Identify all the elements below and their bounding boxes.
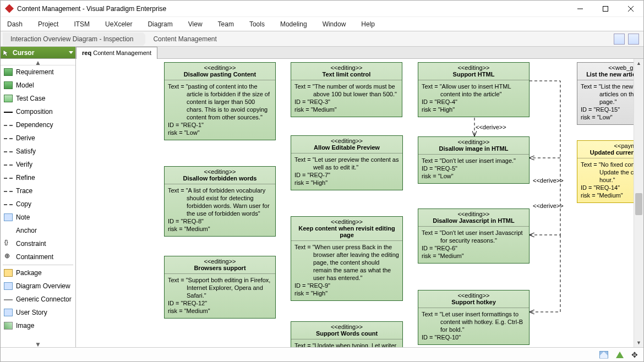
palette-composition[interactable]: Composition	[1, 105, 75, 118]
palette-label: Note	[16, 213, 30, 221]
palette-copy[interactable]: Copy	[1, 198, 75, 211]
requirement-box[interactable]: <<editing>>Support Words countText = "Up…	[291, 321, 403, 347]
svg-marker-4	[3, 50, 8, 56]
palette-anchor[interactable]: Anchor	[1, 224, 75, 237]
req-text: Text = "Support both editing in Firefox,…	[168, 276, 272, 299]
stereotype: <<editing>>	[422, 64, 526, 71]
req-id: ID = "REQ-10"	[422, 333, 526, 341]
breadcrumb-item[interactable]: Content Management	[145, 32, 226, 46]
requirement-name: Keep content when revisit editing page	[294, 225, 399, 238]
req-text: Text = "Let user insert formattings to c…	[422, 310, 526, 333]
palette-requirement[interactable]: Requirement	[1, 65, 75, 79]
palette-note[interactable]: Note	[1, 211, 75, 224]
app-logo-icon	[5, 4, 14, 13]
palette-derive[interactable]: Derive	[1, 131, 75, 145]
palette-dependency[interactable]: Dependency	[1, 118, 75, 131]
breadcrumb-item[interactable]: Interaction Overview Diagram - Inspectio…	[3, 32, 143, 46]
requirement-box[interactable]: <<editing>>Browsers supportText = "Suppo…	[164, 256, 276, 319]
tab-content-management[interactable]: req Content Management	[76, 47, 157, 59]
menu-team[interactable]: Team	[218, 20, 234, 28]
palette-verify[interactable]: Verify	[1, 158, 75, 171]
cursor-dropdown-icon[interactable]	[67, 47, 75, 58]
palette-model[interactable]: Model	[1, 79, 75, 92]
req-text: Text = "A list of forbidden vocabulary s…	[168, 187, 272, 217]
trace-icon	[4, 187, 13, 195]
palette-refine[interactable]: Refine	[1, 171, 75, 184]
requirement-box[interactable]: <<editing>>Disallow forbidden wordsText …	[164, 166, 276, 237]
requirement-name: Disallow pasting Content	[168, 71, 272, 78]
minimize-button[interactable]	[567, 1, 593, 17]
stereotype: <<editing>>	[294, 323, 399, 330]
palette-separator	[3, 265, 73, 265]
requirement-name: Support Words count	[294, 330, 399, 337]
connector-label: <<derive>>	[533, 177, 564, 184]
verify-icon	[4, 161, 13, 168]
connector-label: <<derive>>	[533, 202, 564, 209]
requirement-name: Browsers support	[168, 265, 272, 271]
palette-trace[interactable]: Trace	[1, 184, 75, 198]
menu-project[interactable]: Project	[38, 20, 58, 28]
constraint-icon	[4, 240, 13, 248]
requirement-name: Disallow Javascript in HTML	[422, 217, 526, 224]
composition-icon	[4, 108, 13, 116]
req-id: ID = "REQ-1"	[168, 121, 272, 129]
requirement-box[interactable]: <<editing>>Disallow Javascript in HTMLTe…	[418, 209, 530, 264]
requirement-box[interactable]: <<editing>>Disallow pasting ContentText …	[164, 62, 276, 140]
req-risk: risk = "Low"	[168, 129, 272, 136]
palette-constraint[interactable]: Constraint	[1, 237, 75, 250]
svg-rect-1	[603, 6, 608, 11]
note-icon	[4, 213, 13, 221]
generic-connector-icon	[4, 295, 13, 303]
status-triangle-icon[interactable]	[616, 352, 624, 358]
palette-label: Derive	[16, 134, 35, 142]
mail-icon[interactable]	[599, 351, 608, 359]
menu-window[interactable]: Window	[323, 20, 346, 28]
menu-tools[interactable]: Tools	[249, 20, 265, 28]
palette-user-story[interactable]: User Story	[1, 306, 75, 319]
scrollbar-thumb[interactable]	[635, 193, 642, 215]
palette-test-case[interactable]: Test Case	[1, 92, 75, 105]
close-button[interactable]	[618, 1, 643, 17]
requirement-box[interactable]: <<editing>>Support HTMLText = "Allow use…	[418, 62, 530, 117]
palette-generic-connector[interactable]: Generic Connector	[1, 293, 75, 306]
maximize-button[interactable]	[593, 1, 618, 17]
req-text: Text = "When user press Back in the brow…	[294, 243, 399, 282]
palette-package[interactable]: Package	[1, 266, 75, 279]
requirement-name: Allow Editable Preview	[294, 144, 399, 151]
menu-dash[interactable]: Dash	[7, 20, 23, 28]
toolbar-icon-1[interactable]	[614, 34, 625, 45]
cursor-tool[interactable]: Cursor	[1, 47, 75, 59]
requirement-box[interactable]: <<editing>>Text limit controlText = "The…	[291, 62, 402, 117]
scroll-down-icon[interactable]: ▼	[634, 338, 643, 347]
req-text: Text = "Don't let user insert image."	[422, 157, 526, 164]
palette-satisfy[interactable]: Satisfy	[1, 145, 75, 158]
requirement-box[interactable]: <<editing>>Support hotkeyText = "Let use…	[418, 290, 530, 345]
menu-modeling[interactable]: Modeling	[280, 20, 307, 28]
model-icon	[4, 81, 13, 89]
diagram-overview-icon	[4, 282, 13, 290]
menu-uexceler[interactable]: UeXceler	[105, 20, 132, 28]
diagram-canvas[interactable]: <<editing>>Disallow pasting ContentText …	[76, 59, 643, 347]
req-text: Text = "Update when typing. Let writer	[294, 342, 399, 347]
palette-image[interactable]: Image	[1, 319, 75, 332]
menu-diagram[interactable]: Diagram	[148, 20, 172, 28]
scroll-up-icon[interactable]: ▲	[634, 59, 643, 68]
menu-itsm[interactable]: ITSM	[74, 20, 90, 28]
requirement-box[interactable]: <<editing>>Allow Editable PreviewText = …	[291, 135, 403, 190]
requirement-box[interactable]: <<editing>>Disallow image in HTMLText = …	[418, 136, 530, 184]
req-risk: risk = "High"	[294, 289, 399, 297]
palette-collapse-up[interactable]: ▲	[1, 59, 75, 65]
move-icon[interactable]: ✥	[631, 350, 638, 359]
toolbar-icon-2[interactable]	[628, 34, 639, 45]
requirement-box[interactable]: <<editing>>Keep content when revisit edi…	[291, 216, 403, 301]
menu-view[interactable]: View	[188, 20, 203, 28]
menu-help[interactable]: Help	[361, 20, 375, 28]
palette-containment[interactable]: Containment	[1, 250, 75, 264]
refine-icon	[4, 174, 13, 182]
palette-label: Diagram Overview	[16, 282, 70, 290]
palette-label: Test Case	[16, 95, 45, 102]
vertical-scrollbar[interactable]: ▲ ▼	[634, 59, 643, 347]
palette-diagram-overview[interactable]: Diagram Overview	[1, 279, 75, 293]
req-id: ID = "REQ-5"	[422, 164, 526, 172]
palette-collapse-down[interactable]: ▼	[1, 341, 75, 347]
